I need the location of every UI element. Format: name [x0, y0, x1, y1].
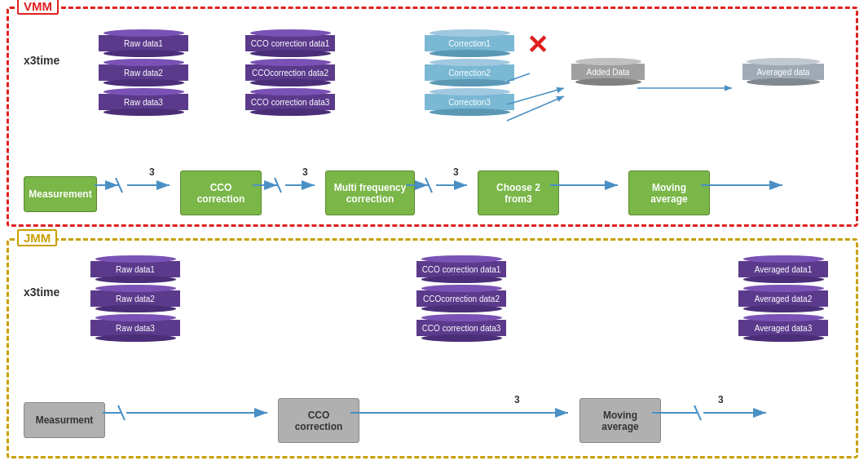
vmm-correction-stack: Correction1 Correction2 Correction3 [425, 29, 514, 116]
jmm-arrow-num-1: 3 [514, 394, 520, 405]
jmm-raw-cyl-3: Raw data3 [90, 314, 180, 342]
jmm-container: JMM x3time Raw data1 Raw data2 Raw data3… [7, 238, 858, 458]
jmm-raw-data-stack: Raw data1 Raw data2 Raw data3 [90, 255, 180, 342]
jmm-avg-cyl-3: Averaged data3 [738, 314, 828, 342]
vmm-correction-cyl-2: Correction2 [425, 59, 514, 86]
vmm-raw-cyl-1: Raw data1 [99, 29, 188, 57]
vmm-choose-box: Choose 2from3 [478, 170, 559, 215]
vmm-label: VMM [17, 0, 59, 15]
jmm-cco-cyl-1: CCO correction data1 [416, 255, 506, 283]
jmm-cco-correction-box: CCOcorrection [278, 398, 359, 443]
jmm-cco-cyl-3: CCO correction data3 [416, 314, 506, 342]
vmm-averaged-data-cyl: Averaged data [742, 58, 824, 86]
jmm-cco-data-stack: CCO correction data1 CCOcorrection data2… [416, 255, 506, 342]
vmm-cco-cyl-2: CCOcorrection data2 [245, 59, 335, 86]
vmm-cco-cyl-1: CCO correction data1 [245, 29, 335, 57]
vmm-correction-cyl-3: Correction3 [425, 88, 514, 116]
vmm-raw-cyl-2: Raw data2 [99, 59, 188, 86]
jmm-averaged-data-stack: Averaged data1 Averaged data2 Averaged d… [738, 255, 828, 342]
jmm-measurement-box: Measurment [24, 402, 105, 438]
jmm-moving-avg-box: Movingaverage [579, 398, 661, 443]
vmm-moving-avg-box: Movingaverage [628, 170, 710, 215]
jmm-x3time-label: x3time [24, 286, 59, 299]
vmm-arrow-num-2: 3 [302, 166, 308, 178]
vmm-cco-cyl-3: CCO correction data3 [245, 88, 335, 116]
vmm-multi-freq-box: Multi frequencycorrection [325, 170, 415, 215]
jmm-cco-cyl-2: CCOcorrection data2 [416, 285, 506, 312]
jmm-avg-cyl-2: Averaged data2 [738, 285, 828, 312]
vmm-raw-data-stack: Raw data1 Raw data2 Raw data3 [99, 29, 188, 116]
vmm-cco-correction-box: CCOcorrection [180, 170, 262, 215]
jmm-raw-cyl-2: Raw data2 [90, 285, 180, 312]
jmm-label: JMM [17, 229, 57, 246]
vmm-cco-data-stack: CCO correction data1 CCOcorrection data2… [245, 29, 335, 116]
vmm-correction-cyl-1: Correction1 [425, 29, 514, 57]
jmm-avg-cyl-1: Averaged data1 [738, 255, 828, 283]
red-x-icon: ✕ [527, 32, 549, 58]
added-data-cyl: Added Data [571, 58, 645, 86]
vmm-arrow-num-1: 3 [149, 166, 155, 178]
vmm-measurement-box: Measurement [24, 176, 97, 212]
jmm-raw-cyl-1: Raw data1 [90, 255, 180, 283]
vmm-raw-cyl-3: Raw data3 [99, 88, 188, 116]
vmm-container: VMM x3time Raw data1 Raw data2 Raw data3… [7, 7, 858, 227]
vmm-arrow-num-3: 3 [453, 166, 459, 178]
vmm-x3time-label: x3time [24, 54, 59, 67]
jmm-arrow-num-2: 3 [718, 394, 724, 405]
